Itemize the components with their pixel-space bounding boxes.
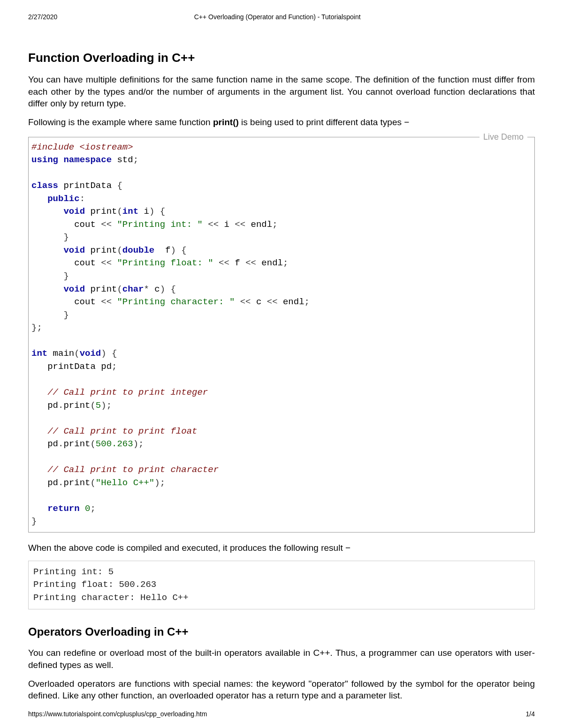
paragraph: When the above code is compiled and exec… [28, 542, 535, 554]
print-header: 2/27/2020 C++ Overloading (Operator and … [28, 13, 535, 39]
output-block: Printing int: 5 Printing float: 500.263 … [28, 561, 535, 610]
paragraph: You can have multiple definitions for th… [28, 74, 535, 110]
print-date: 2/27/2020 [28, 13, 57, 21]
heading-operators-overloading: Operators Overloading in C++ [28, 625, 535, 638]
print-footer: https://www.tutorialspoint.com/cplusplus… [28, 710, 535, 718]
code-block: Live Demo #include <iostream> using name… [28, 137, 535, 533]
heading-function-overloading: Function Overloading in C++ [28, 51, 535, 65]
print-title: C++ Overloading (Operator and Function) … [57, 13, 497, 21]
text: is being used to print different data ty… [239, 117, 410, 127]
paragraph: Overloaded operators are functions with … [28, 678, 535, 702]
inline-code: print() [213, 117, 239, 127]
footer-url: https://www.tutorialspoint.com/cplusplus… [28, 710, 207, 718]
page: 2/27/2020 C++ Overloading (Operator and … [0, 0, 563, 728]
paragraph: Following is the example where same func… [28, 116, 535, 128]
live-demo-link[interactable]: Live Demo [479, 132, 527, 142]
paragraph: You can redefine or overload most of the… [28, 647, 535, 671]
code-listing: #include <iostream> using namespace std;… [28, 137, 535, 533]
footer-page-number: 1/4 [526, 710, 535, 718]
text: Following is the example where same func… [28, 117, 213, 127]
